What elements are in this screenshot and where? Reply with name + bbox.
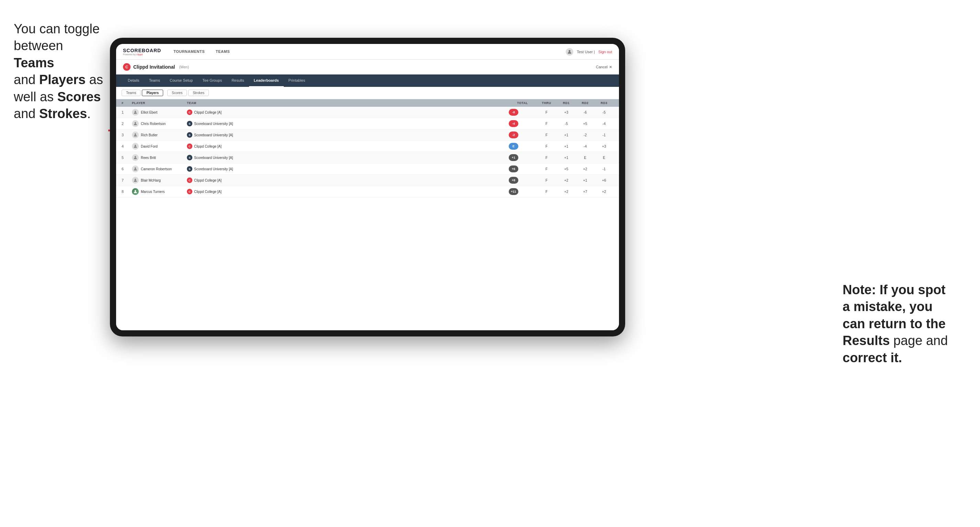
tab-tee-groups[interactable]: Tee Groups xyxy=(197,75,227,87)
rd1-cell: +1 xyxy=(557,156,576,160)
svg-point-7 xyxy=(135,168,136,169)
rd1-cell: +1 xyxy=(557,133,576,137)
score-badge: +11 xyxy=(509,188,518,195)
col-rank: # xyxy=(122,101,132,105)
thru-cell: F xyxy=(536,179,557,182)
toggle-teams[interactable]: Teams xyxy=(122,90,140,96)
team-logo: S xyxy=(187,132,192,138)
thru-cell: F xyxy=(536,144,557,148)
rd2-cell: -6 xyxy=(576,111,595,114)
rd1-cell: +5 xyxy=(557,167,576,171)
total-cell: +11 xyxy=(509,188,536,195)
rd3-cell: +2 xyxy=(595,190,614,194)
team-cell: S Scoreboard University [A] xyxy=(187,155,509,160)
toggle-scores[interactable]: Scores xyxy=(167,90,187,96)
rd1-cell: +1 xyxy=(557,144,576,148)
tab-results[interactable]: Results xyxy=(227,75,249,87)
player-rank: 2 xyxy=(122,122,132,125)
table-row: 1 Elliot Ebert C Clippd College [A] -8 F… xyxy=(116,107,619,118)
svg-point-6 xyxy=(135,156,136,158)
team-logo: C xyxy=(187,110,192,115)
rd2-cell: -2 xyxy=(576,133,595,137)
player-name-cell: Cameron Robertson xyxy=(132,165,187,172)
rd2-cell: E xyxy=(576,156,595,160)
col-total: TOTAL xyxy=(509,101,536,105)
tablet-frame: SCOREBOARD Powered by clippd TOURNAMENTS… xyxy=(110,38,625,337)
logo-sub: Powered by clippd xyxy=(123,53,161,56)
team-cell: C Clippd College [A] xyxy=(187,178,509,183)
rd2-cell: -4 xyxy=(576,144,595,148)
team-cell: S Scoreboard University [A] xyxy=(187,121,509,126)
team-logo: C xyxy=(187,143,192,149)
team-name: Scoreboard University [A] xyxy=(194,156,233,160)
svg-point-3 xyxy=(135,122,136,124)
team-cell: S Scoreboard University [A] xyxy=(187,132,509,138)
player-name: Rich Butler xyxy=(141,133,158,137)
total-cell: -4 xyxy=(509,120,536,127)
player-name-cell: David Ford xyxy=(132,143,187,150)
player-rank: 6 xyxy=(122,167,132,171)
cancel-button[interactable]: Cancel ✕ xyxy=(596,65,612,69)
top-nav: SCOREBOARD Powered by clippd TOURNAMENTS… xyxy=(116,44,619,60)
thru-cell: F xyxy=(536,133,557,137)
rd2-cell: +2 xyxy=(576,167,595,171)
user-label: Test User | xyxy=(577,50,595,54)
svg-point-9 xyxy=(135,190,136,192)
team-cell: C Clippd College [A] xyxy=(187,189,509,194)
team-logo: S xyxy=(187,121,192,126)
tablet-screen: SCOREBOARD Powered by clippd TOURNAMENTS… xyxy=(116,44,619,330)
tournament-name: C Clippd Invitational (Men) xyxy=(123,63,189,71)
team-logo: C xyxy=(187,189,192,194)
sign-out-link[interactable]: Sign out xyxy=(598,50,612,54)
team-cell: C Clippd College [A] xyxy=(187,143,509,149)
rd2-cell: +1 xyxy=(576,179,595,182)
tournament-title: Clippd Invitational xyxy=(133,64,175,70)
player-name: Rees Britt xyxy=(141,156,156,160)
table-row: 8 Marcus Turners C Clippd College [A] +1… xyxy=(116,186,619,197)
team-cell: S Scoreboard University [A] xyxy=(187,166,509,171)
player-name-cell: Rich Butler xyxy=(132,132,187,138)
svg-point-2 xyxy=(135,111,136,113)
nav-tournaments[interactable]: TOURNAMENTS xyxy=(168,44,210,60)
col-player: PLAYER xyxy=(132,101,187,105)
left-annotation: You can toggle between Teams and Players… xyxy=(14,21,107,122)
rd2-cell: +5 xyxy=(576,122,595,125)
tournament-header: C Clippd Invitational (Men) Cancel ✕ xyxy=(116,60,619,75)
rd1-cell: +2 xyxy=(557,190,576,194)
rd1-cell: -5 xyxy=(557,122,576,125)
team-name: Scoreboard University [A] xyxy=(194,167,233,171)
team-name: Clippd College [A] xyxy=(194,144,221,148)
rd3-cell: +3 xyxy=(595,144,614,148)
rd3-cell: -1 xyxy=(595,133,614,137)
table-row: 3 Rich Butler S Scoreboard University [A… xyxy=(116,129,619,141)
nav-teams[interactable]: TEAMS xyxy=(210,44,235,60)
player-name: Blair McHarg xyxy=(141,179,161,182)
tab-leaderboards[interactable]: Leaderboards xyxy=(249,75,284,87)
player-name-cell: Blair McHarg xyxy=(132,177,187,184)
tab-details[interactable]: Details xyxy=(123,75,144,87)
team-logo: C xyxy=(187,178,192,183)
tournament-gender: (Men) xyxy=(179,65,189,69)
thru-cell: F xyxy=(536,190,557,194)
total-cell: -8 xyxy=(509,109,536,116)
col-rd3: RD3 xyxy=(595,101,614,105)
svg-point-8 xyxy=(135,179,136,181)
total-cell: -2 xyxy=(509,132,536,138)
score-badge: +1 xyxy=(509,154,518,161)
right-annotation: Note: If you spot a mistake, you can ret… xyxy=(843,281,966,366)
sub-toggle-bar: Teams Players Scores Strokes xyxy=(116,87,619,99)
player-rank: 7 xyxy=(122,178,132,182)
toggle-strokes[interactable]: Strokes xyxy=(188,90,209,96)
total-cell: +6 xyxy=(509,165,536,172)
team-name: Scoreboard University [A] xyxy=(194,133,233,137)
tournament-logo: C xyxy=(123,63,130,71)
score-badge: -4 xyxy=(509,120,518,127)
tab-printables[interactable]: Printables xyxy=(284,75,310,87)
team-cell: C Clippd College [A] xyxy=(187,110,509,115)
logo-area: SCOREBOARD Powered by clippd xyxy=(123,48,161,56)
table-row: 5 Rees Britt S Scoreboard University [A]… xyxy=(116,152,619,163)
tab-teams[interactable]: Teams xyxy=(144,75,165,87)
tab-course-setup[interactable]: Course Setup xyxy=(165,75,197,87)
toggle-players[interactable]: Players xyxy=(142,90,163,96)
table-row: 2 Chris Robertson S Scoreboard Universit… xyxy=(116,118,619,129)
